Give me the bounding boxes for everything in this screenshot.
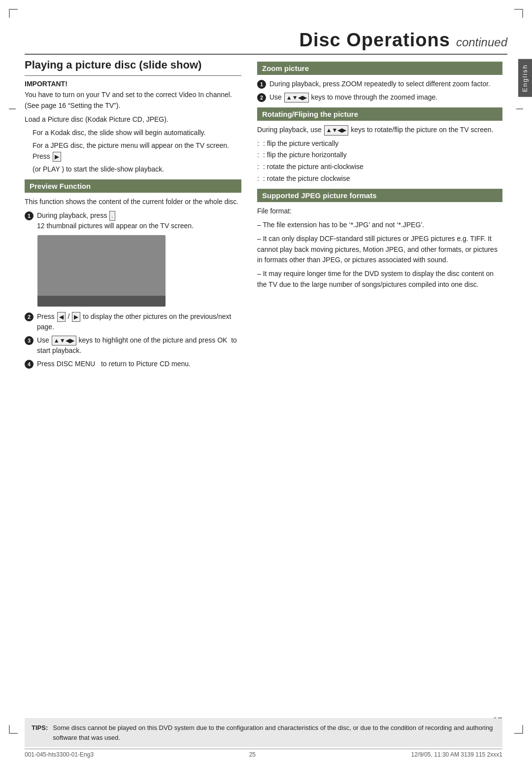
press-key: . (109, 211, 115, 221)
file-line3: – It may require longer time for the DVD… (257, 269, 502, 290)
step1-content: During playback, press . 12 thumbnail pi… (37, 210, 194, 231)
step3-number: 3 (25, 336, 33, 345)
bullet2: : flip the picture horizontally (257, 150, 502, 161)
next-key: ▶ (72, 312, 80, 322)
left-column: Playing a picture disc (slide show) IMPO… (25, 57, 241, 372)
page-title-sub: continued (456, 35, 507, 49)
step4-item: 4 Press DISC MENU to return to Picture C… (25, 359, 241, 369)
rotate-keys: ▲▼◀▶ (324, 125, 349, 136)
jpeg-text2: (or PLAY ) to start the slide-show playb… (25, 164, 241, 175)
step2-item: 2 Press ◀ / ▶ to display the other pictu… (25, 311, 241, 332)
zoom-step1-number: 1 (257, 80, 266, 89)
step2-number: 2 (25, 312, 33, 321)
english-tab: English (518, 59, 532, 97)
step4-number: 4 (25, 360, 33, 369)
page-title-main: Disc Operations (299, 30, 450, 51)
rotating-bar: Rotating/Fliping the picture (257, 107, 502, 121)
bullet3: : rotate the picture anti-clockwise (257, 162, 502, 173)
right-column: Zoom picture 1 During playback, press ZO… (257, 57, 502, 372)
two-col-layout: Playing a picture disc (slide show) IMPO… (25, 57, 502, 372)
zoom-step1-text: During playback, press ZOOM repeatedly t… (269, 79, 490, 89)
step1-item: 1 During playback, press . 12 thumbnail … (25, 210, 241, 231)
corner-mark-bl (9, 725, 18, 734)
load-text: Load a Picture disc (Kodak Picture CD, J… (25, 114, 241, 125)
corner-mark-br (514, 725, 523, 734)
zoom-step2-number: 2 (257, 93, 266, 102)
preview-text1: This function shows the content of the c… (25, 197, 241, 208)
page-title-bar: Disc Operations continued (25, 30, 507, 55)
zoom-step1-item: 1 During playback, press ZOOM repeatedly… (257, 79, 502, 89)
thumbnail-image (37, 235, 166, 307)
step1-number: 1 (25, 211, 33, 220)
footer-center: 25 (249, 751, 256, 758)
rotating-text: During playback, use ▲▼◀▶ keys to rotate… (257, 125, 502, 136)
kodak-text: For a Kodak disc, the slide show will be… (25, 128, 241, 138)
file-line2: – It can only display DCF-standard still… (257, 234, 502, 266)
bullet4: : rotate the picture clockwise (257, 173, 502, 184)
step3-content: Use ▲▼◀▶ keys to highlight one of the pi… (37, 335, 241, 356)
footer-left: 001-045-hts3300-01-Eng3 (25, 751, 94, 758)
side-mark-right (516, 108, 523, 109)
zoom-arrow-keys: ▲▼◀▶ (284, 93, 309, 103)
important-text: You have to turn on your TV and set to t… (25, 90, 241, 111)
footer-right: 12/9/05, 11:30 AM 3139 115 2xxx1 (411, 751, 502, 758)
zoom-step2-content: Use ▲▼◀▶ keys to move through the zoomed… (269, 92, 437, 103)
supported-bar: Supported JPEG picture formats (257, 189, 502, 202)
side-mark-left (9, 108, 16, 109)
preview-bar: Preview Function (25, 179, 241, 193)
section-heading: Playing a picture disc (slide show) (25, 59, 241, 71)
play-key: ▶ (53, 152, 61, 162)
arrow-keys: ▲▼◀▶ (52, 336, 76, 346)
bullet1: : flip the picture vertically (257, 138, 502, 149)
tips-bar: TIPS: Some discs cannot be played on thi… (25, 718, 502, 747)
file-format-label: File format: (257, 206, 502, 217)
step2-content: Press ◀ / ▶ to display the other picture… (37, 311, 241, 332)
main-content: Playing a picture disc (slide show) IMPO… (25, 57, 502, 717)
file-line1: – The file extension has to be ‘*.JPG’ a… (257, 220, 502, 231)
footer: 001-045-hts3300-01-Eng3 25 12/9/05, 11:3… (25, 749, 502, 758)
step4-content: Press DISC MENU to return to Picture CD … (37, 359, 191, 369)
corner-mark-tr (514, 9, 523, 18)
important-label: IMPORTANT! (25, 80, 241, 88)
corner-mark-tl (9, 9, 18, 18)
tips-text: Some discs cannot be played on this DVD … (53, 723, 496, 742)
step1-text: During playback, press . (37, 211, 116, 219)
zoom-step2-item: 2 Use ▲▼◀▶ keys to move through the zoom… (257, 92, 502, 103)
divider (25, 75, 241, 76)
zoom-bar: Zoom picture (257, 62, 502, 75)
prev-key: ◀ (57, 312, 66, 322)
tips-label: TIPS: (32, 723, 48, 742)
step1-sub: 12 thumbnail pictures will appear on the… (37, 222, 194, 230)
step3-item: 3 Use ▲▼◀▶ keys to highlight one of the … (25, 335, 241, 356)
jpeg-text: For a JPEG disc, the picture menu will a… (25, 140, 241, 162)
